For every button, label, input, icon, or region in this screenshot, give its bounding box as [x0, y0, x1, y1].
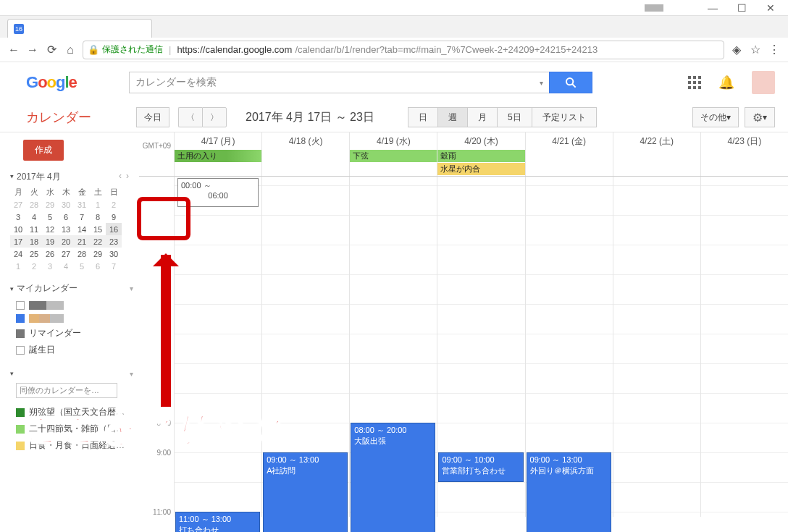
mini-day-cell[interactable]: 1 [10, 260, 26, 272]
mini-day-cell[interactable]: 13 [58, 223, 74, 235]
mini-day-cell[interactable]: 6 [58, 211, 74, 223]
window-minimize-button[interactable]: — [698, 0, 727, 16]
mini-day-cell[interactable]: 27 [10, 198, 26, 211]
calendar-event[interactable]: 09:00 ～ 13:00A社訪問 [263, 452, 348, 532]
day-header[interactable]: 4/23 (日) [700, 132, 788, 150]
mini-day-cell[interactable]: 5 [42, 211, 58, 223]
day-column[interactable]: 09:00 ～ 10:00営業部打ち合わせ13:00 ～ 14:30西郷様往訪 [437, 177, 524, 517]
search-input[interactable]: カレンダーを検索 ▾ [129, 72, 549, 93]
mini-day-cell[interactable]: 16 [106, 223, 122, 235]
day-column[interactable]: 08:00 ～ 20:00大阪出張 [349, 177, 437, 517]
mini-day-cell[interactable]: 17 [10, 235, 26, 248]
mini-day-cell[interactable]: 29 [42, 198, 58, 211]
mini-day-cell[interactable]: 24 [10, 248, 26, 260]
mini-day-cell[interactable]: 1 [90, 198, 106, 211]
mini-day-cell[interactable]: 2 [106, 198, 122, 211]
create-button[interactable]: 作成 [23, 140, 64, 161]
calendar-item[interactable] [10, 299, 133, 312]
day-column[interactable] [700, 177, 788, 517]
day-column[interactable]: 09:00 ～ 13:00外回り＠横浜方面15:00 ～ 19:00社内作業時間 [525, 177, 613, 517]
calendar-item[interactable] [10, 312, 133, 325]
star-icon[interactable]: ☆ [749, 43, 762, 56]
mini-day-cell[interactable]: 28 [74, 248, 90, 260]
day-column[interactable]: 09:00 ～ 13:00A社訪問14:00 ～ 16:00井伊様ご来訪 [261, 177, 349, 517]
prev-button[interactable]: 〈 [178, 107, 202, 127]
search-button[interactable] [549, 72, 592, 93]
window-maximize-button[interactable]: ☐ [727, 0, 756, 16]
avatar[interactable] [752, 71, 775, 94]
calendar-item[interactable]: リマインダー [10, 325, 133, 342]
mini-day-cell[interactable]: 9 [106, 211, 122, 223]
allday-event[interactable]: 水星が内合 [437, 163, 524, 175]
search-dropdown-icon[interactable]: ▾ [540, 79, 543, 87]
google-logo[interactable]: Google [26, 73, 77, 92]
calendar-item[interactable]: 誕生日 [10, 342, 133, 358]
calendar-item[interactable]: 二十四節気・雑節（国… [10, 421, 133, 437]
search-calendars-input[interactable]: 同僚のカレンダーを… [16, 383, 117, 398]
settings-button[interactable]: ⚙ ▾ [745, 107, 775, 127]
draft-event[interactable]: 00:00 ～06:00 [177, 178, 259, 207]
allday-cell[interactable] [261, 150, 349, 176]
allday-cell[interactable] [700, 150, 788, 176]
mini-calendar-toggle-icon[interactable] [10, 171, 17, 183]
day-header[interactable]: 4/20 (木) [437, 132, 524, 150]
calendar-event[interactable]: 08:00 ～ 20:00大阪出張 [351, 423, 435, 532]
mini-day-cell[interactable]: 25 [26, 248, 42, 260]
view-month-button[interactable]: 月 [467, 107, 497, 127]
reload-icon[interactable]: ⟳ [45, 43, 58, 56]
day-column[interactable]: 00:00 ～06:0011:00 ～ 13:00打ち合わせ15:00 ～ 17… [174, 177, 261, 517]
allday-event[interactable]: 穀雨 [437, 150, 524, 162]
day-column[interactable] [613, 177, 700, 517]
allday-cell[interactable]: 土用の入り [174, 150, 261, 176]
mini-day-cell[interactable]: 18 [26, 235, 42, 248]
mini-day-cell[interactable]: 29 [90, 248, 106, 260]
allday-cell[interactable] [525, 150, 613, 176]
omnibox[interactable]: 🔒 保護された通信 | https://calendar.google.com/… [83, 41, 724, 59]
mini-day-cell[interactable]: 7 [74, 211, 90, 223]
mini-day-cell[interactable]: 22 [90, 235, 106, 248]
browser-tab[interactable]: 16 [7, 19, 152, 38]
time-grid[interactable]: 8:009:0011:0014:0015:00 00:00 ～06:0011:0… [139, 177, 788, 517]
apps-grid-icon[interactable] [688, 76, 701, 89]
view-week-button[interactable]: 週 [437, 107, 467, 127]
calendar-event[interactable]: 09:00 ～ 10:00営業部打ち合わせ [438, 452, 523, 482]
section-toggle-icon[interactable]: ▾ [10, 370, 14, 377]
mini-day-cell[interactable]: 15 [90, 223, 106, 235]
mini-day-cell[interactable]: 3 [10, 211, 26, 223]
allday-event[interactable]: 土用の入り [175, 150, 261, 162]
allday-cell[interactable]: 穀雨水星が内合 [437, 150, 524, 176]
mini-day-cell[interactable]: 20 [58, 235, 74, 248]
mini-day-cell[interactable]: 30 [58, 198, 74, 211]
mini-day-cell[interactable]: 10 [10, 223, 26, 235]
mini-day-cell[interactable]: 3 [42, 260, 58, 272]
calendar-event[interactable]: 09:00 ～ 13:00外回り＠横浜方面 [527, 452, 611, 532]
mini-day-cell[interactable]: 4 [26, 211, 42, 223]
allday-cell[interactable] [613, 150, 700, 176]
mini-day-cell[interactable]: 30 [106, 248, 122, 260]
extension-icon[interactable]: ◈ [730, 43, 743, 56]
day-header[interactable]: 4/19 (水) [349, 132, 437, 150]
mini-day-cell[interactable]: 19 [42, 235, 58, 248]
mini-day-cell[interactable]: 8 [90, 211, 106, 223]
calendar-event[interactable]: 11:00 ～ 13:00打ち合わせ [175, 512, 260, 532]
calendar-item[interactable]: 日食・月食・日面経過… [10, 437, 133, 454]
mini-day-cell[interactable]: 26 [42, 248, 58, 260]
next-button[interactable]: 〉 [202, 107, 227, 127]
mini-calendar-prev-icon[interactable]: ‹ [119, 171, 126, 183]
day-header[interactable]: 4/22 (土) [613, 132, 700, 150]
mini-day-cell[interactable]: 23 [106, 235, 122, 248]
view-agenda-button[interactable]: 予定リスト [532, 107, 597, 127]
mini-day-cell[interactable]: 28 [26, 198, 42, 211]
mini-day-cell[interactable]: 21 [74, 235, 90, 248]
forward-icon[interactable]: → [26, 43, 39, 56]
allday-cell[interactable]: 下弦 [349, 150, 437, 176]
mini-day-cell[interactable]: 14 [74, 223, 90, 235]
allday-event[interactable]: 下弦 [350, 150, 437, 162]
mini-day-cell[interactable]: 5 [74, 260, 90, 272]
home-icon[interactable]: ⌂ [64, 43, 77, 56]
mini-day-cell[interactable]: 6 [90, 260, 106, 272]
mini-day-cell[interactable]: 31 [74, 198, 90, 211]
back-icon[interactable]: ← [7, 43, 20, 56]
view-5day-button[interactable]: 5日 [497, 107, 532, 127]
mini-day-cell[interactable]: 11 [26, 223, 42, 235]
